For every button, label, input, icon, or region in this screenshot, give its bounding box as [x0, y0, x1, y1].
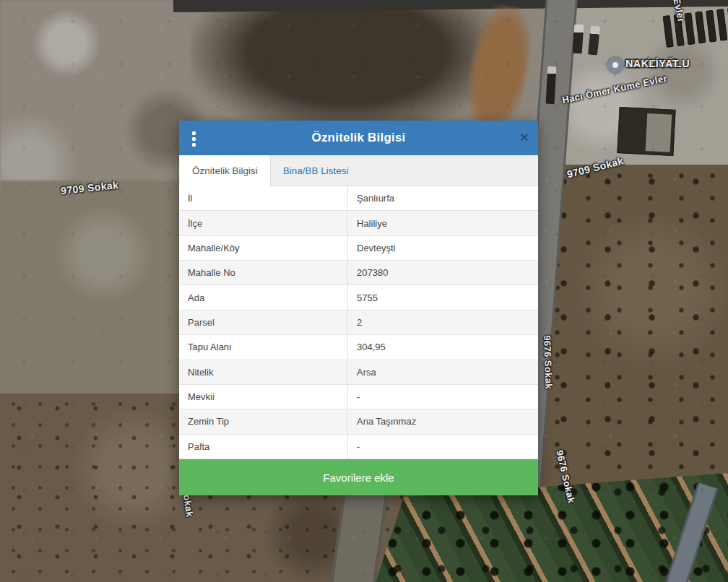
table-row: Pafta - — [179, 435, 538, 459]
row-value: Şanlıurfa — [348, 186, 538, 210]
table-row: İlçe Haliliye — [179, 211, 538, 235]
table-row: İl Şanlıurfa — [179, 186, 538, 211]
row-label: Ada — [179, 285, 348, 309]
row-value: Haliliye — [348, 211, 538, 235]
add-to-favorites-button[interactable]: Favorilere ekle — [179, 459, 538, 495]
row-label: Parsel — [179, 310, 348, 334]
kebab-menu-icon[interactable] — [192, 131, 196, 147]
row-value: 2 — [348, 310, 538, 334]
street-label: 9676 Sokak — [542, 335, 555, 389]
table-row: Parsel 2 — [179, 310, 538, 335]
map-pin-icon — [607, 57, 623, 73]
row-value: Arsa — [348, 360, 538, 384]
row-value: - — [348, 385, 538, 409]
dialog-tabs: Öznitelik Bilgisi Bina/BB Listesi — [179, 155, 538, 186]
attribute-info-dialog: Öznitelik Bilgisi × Öznitelik Bilgisi Bi… — [179, 121, 538, 495]
poi-label-line2: NAKLİYAT — [625, 58, 679, 69]
row-value: 5755 — [348, 285, 538, 309]
table-row: Mahalle No 207380 — [179, 261, 538, 285]
row-label: Tapu Alanı — [179, 335, 348, 359]
row-label: Mahalle/Köy — [179, 236, 348, 260]
tab-oznitelik-bilgisi[interactable]: Öznitelik Bilgisi — [179, 155, 271, 186]
row-label: İl — [179, 186, 348, 210]
attribute-table: İl Şanlıurfa İlçe Haliliye Mahalle/Köy D… — [179, 186, 538, 459]
tab-bina-bb-listesi[interactable]: Bina/BB Listesi — [271, 155, 361, 186]
row-label: Nitelik — [179, 360, 348, 384]
row-value: Ana Taşınmaz — [348, 409, 538, 433]
table-row: Mevkii - — [179, 385, 538, 409]
table-row: Mahalle/Köy Devteyşti — [179, 236, 538, 261]
row-value: 304,95 — [348, 335, 538, 359]
row-label: Mahalle No — [179, 261, 348, 285]
table-row: Zemin Tip Ana Taşınmaz — [179, 409, 538, 434]
row-value: Devteyşti — [348, 236, 538, 260]
row-label: Pafta — [179, 435, 348, 459]
row-value: 207380 — [348, 261, 538, 285]
table-row: Nitelik Arsa — [179, 360, 538, 385]
row-label: Zemin Tip — [179, 409, 348, 433]
table-row: Tapu Alanı 304,95 — [179, 335, 538, 360]
row-label: Mevkii — [179, 385, 348, 409]
close-icon[interactable]: × — [520, 129, 529, 144]
row-value: - — [348, 435, 538, 459]
row-label: İlçe — [179, 211, 348, 235]
dialog-title: Öznitelik Bilgisi — [312, 131, 406, 145]
table-row: Ada 5755 — [179, 285, 538, 310]
dialog-header: Öznitelik Bilgisi × — [179, 121, 538, 155]
